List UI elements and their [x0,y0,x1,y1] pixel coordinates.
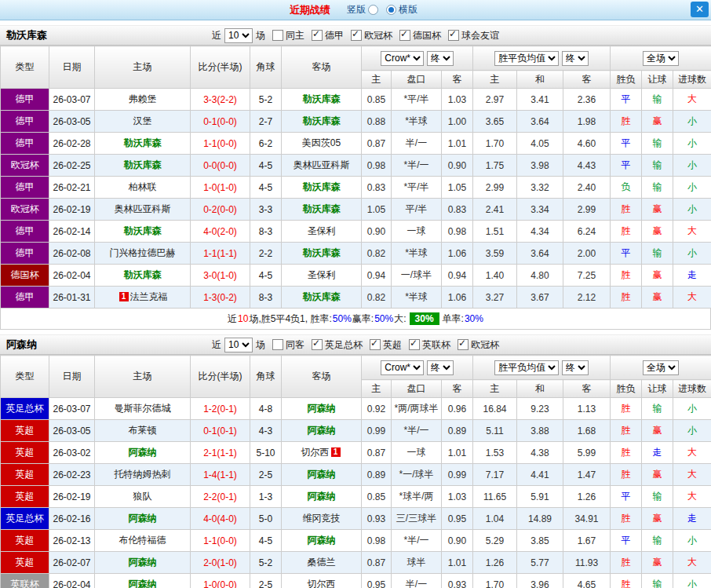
team-name[interactable]: 阿森纳 [308,425,336,436]
home-team-cell[interactable]: 勒沃库森 [95,221,191,243]
home-team-cell[interactable]: 勒沃库森 [95,155,191,177]
away-team-cell[interactable]: 勒沃库森 [282,111,362,133]
home-team-cell[interactable]: 阿森纳 [95,552,191,574]
team-name[interactable]: 阿森纳 [129,447,157,458]
away-team-cell[interactable]: 维冈竞技 [282,508,362,530]
away-team-cell[interactable]: 阿森纳 [282,486,362,508]
team-name[interactable]: 阿森纳 [129,579,157,588]
layout-horizontal-radio[interactable]: 横版 [386,3,417,16]
home-team-cell[interactable]: 布莱顿 [95,420,191,442]
away-team-cell[interactable]: 切尔西 [282,574,362,588]
away-team-cell[interactable]: 切尔西1 [282,442,362,464]
close-button[interactable]: ✕ [691,2,709,17]
away-team-cell[interactable]: 勒沃库森 [282,199,362,221]
league-checkbox-fa-cup[interactable]: 英足总杯 [312,338,363,352]
team-name[interactable]: 勒沃库森 [303,93,341,104]
away-team-cell[interactable]: 阿森纳 [282,530,362,552]
team-name[interactable]: 桑德兰 [308,557,336,568]
team-name[interactable]: 汉堡 [133,115,152,126]
team-name[interactable]: 阿森纳 [308,491,336,502]
team-name[interactable]: 布伦特福德 [119,535,166,546]
league-checkbox-bundesliga[interactable]: 德甲 [312,29,344,42]
same-away-checkbox[interactable]: 同客 [272,338,304,352]
team-name[interactable]: 勒沃库森 [303,115,341,126]
home-team-cell[interactable]: 阿森纳 [95,574,191,588]
home-team-cell[interactable]: 狼队 [95,486,191,508]
team-name[interactable]: 圣保利 [308,225,336,236]
team-name[interactable]: 勒沃库森 [124,269,162,280]
away-team-cell[interactable]: 美因茨05 [282,133,362,155]
league-checkbox-premier-league[interactable]: 英超 [370,338,402,352]
team-name[interactable]: 奥林匹亚科斯 [115,203,171,214]
away-team-cell[interactable]: 圣保利 [282,265,362,287]
europe-final-select[interactable]: 终 [562,51,589,66]
team-name[interactable]: 勒沃库森 [303,181,341,192]
team-name[interactable]: 阿森纳 [308,469,336,480]
team-name[interactable]: 法兰克福 [130,291,168,302]
away-team-cell[interactable]: 勒沃库森 [282,177,362,199]
home-team-cell[interactable]: 阿森纳 [95,508,191,530]
team-name[interactable]: 勒沃库森 [303,291,341,302]
team-name[interactable]: 阿森纳 [129,513,157,524]
home-team-cell[interactable]: 托特纳姆热刺 [95,464,191,486]
away-team-cell[interactable]: 圣保利 [282,221,362,243]
home-team-cell[interactable]: 弗赖堡 [95,89,191,111]
team-name[interactable]: 托特纳姆热刺 [115,469,171,480]
away-team-cell[interactable]: 勒沃库森 [282,243,362,265]
same-home-checkbox[interactable]: 同主 [272,29,304,42]
team-name[interactable]: 勒沃库森 [124,225,162,236]
away-team-cell[interactable]: 勒沃库森 [282,89,362,111]
away-team-cell[interactable]: 阿森纳 [282,420,362,442]
team-name[interactable]: 阿森纳 [308,403,336,414]
league-checkbox-friendly[interactable]: 球会友谊 [448,29,499,42]
europe-avg-select[interactable]: 胜平负均值 [494,51,559,66]
team-name[interactable]: 狼队 [133,491,152,502]
away-team-cell[interactable]: 桑德兰 [282,552,362,574]
team-name[interactable]: 奥林匹亚科斯 [294,159,350,170]
home-team-cell[interactable]: 柏林联 [95,177,191,199]
away-team-cell[interactable]: 勒沃库森 [282,287,362,309]
team-name[interactable]: 维冈竞技 [303,513,341,524]
team-name[interactable]: 圣保利 [308,269,336,280]
away-team-cell[interactable]: 阿森纳 [282,464,362,486]
team-name[interactable]: 勒沃库森 [303,203,341,214]
team-name[interactable]: 切尔西 [301,447,330,458]
away-team-cell[interactable]: 阿森纳 [282,398,362,420]
team-name[interactable]: 美因茨05 [302,137,341,148]
home-team-cell[interactable]: 汉堡 [95,111,191,133]
europe-final-select[interactable]: 终 [562,360,589,375]
home-team-cell[interactable]: 曼斯菲尔德城 [95,398,191,420]
team-name[interactable]: 弗赖堡 [129,93,157,104]
fullmatch-select[interactable]: 全场 [643,360,679,375]
layout-vertical-radio[interactable]: 竖版 [347,3,378,16]
team-name[interactable]: 勒沃库森 [303,247,341,258]
team-name[interactable]: 切尔西 [308,579,336,588]
team-name[interactable]: 曼斯菲尔德城 [115,403,171,414]
home-team-cell[interactable]: 勒沃库森 [95,133,191,155]
match-count-select[interactable]: 10 [224,338,253,352]
home-team-cell[interactable]: 奥林匹亚科斯 [95,199,191,221]
home-team-cell[interactable]: 阿森纳 [95,442,191,464]
league-checkbox-dfb-pokal[interactable]: 德国杯 [399,29,441,42]
team-name[interactable]: 阿森纳 [308,535,336,546]
odds-company-select[interactable]: Crow* [381,360,424,375]
team-name[interactable]: 柏林联 [129,181,157,192]
odds-company-select[interactable]: Crow* [381,51,424,66]
team-name[interactable]: 勒沃库森 [124,137,162,148]
match-count-select[interactable]: 10 [224,28,253,43]
fullmatch-select[interactable]: 全场 [643,51,679,66]
team-name[interactable]: 布莱顿 [129,425,157,436]
home-team-cell[interactable]: 布伦特福德 [95,530,191,552]
odds-final-select[interactable]: 终 [427,51,454,66]
team-name[interactable]: 阿森纳 [129,557,157,568]
europe-avg-select[interactable]: 胜平负均值 [494,360,559,375]
team-name[interactable]: 门兴格拉德巴赫 [110,247,176,258]
away-team-cell[interactable]: 奥林匹亚科斯 [282,155,362,177]
odds-final-select[interactable]: 终 [427,360,454,375]
team-name[interactable]: 勒沃库森 [124,159,162,170]
league-checkbox-efl-cup[interactable]: 英联杯 [409,338,450,352]
league-checkbox-ucl[interactable]: 欧冠杯 [351,29,392,42]
home-team-cell[interactable]: 勒沃库森 [95,265,191,287]
league-checkbox-ucl[interactable]: 欧冠杯 [458,338,499,352]
home-team-cell[interactable]: 门兴格拉德巴赫 [95,243,191,265]
